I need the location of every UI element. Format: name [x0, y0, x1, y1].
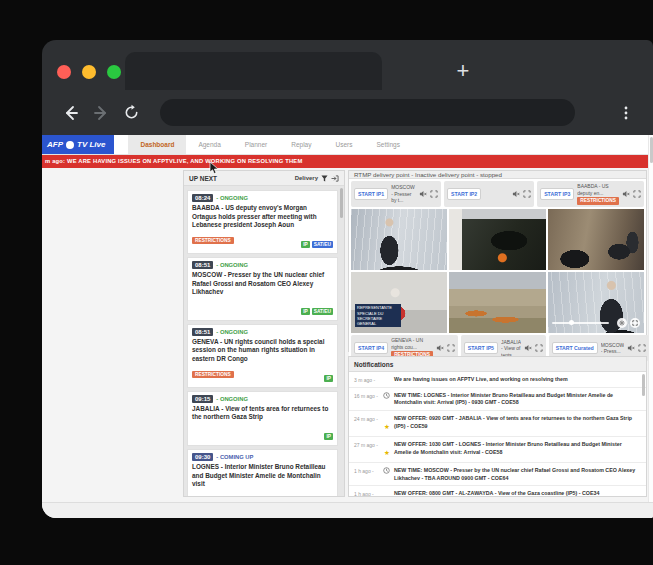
video-scrubber[interactable]	[552, 322, 609, 324]
video-thumb-baabda-pressroom[interactable]	[548, 209, 644, 270]
filter-funnel-icon[interactable]	[321, 175, 328, 182]
stream-control: START IP2	[444, 181, 534, 207]
app-nav-item-planner[interactable]: Planner	[233, 135, 279, 154]
rtmp-header: RTMP delivery point - Inactive delivery …	[349, 171, 646, 179]
notifications-title: Notifications	[349, 357, 646, 372]
browser-titlebar: +	[42, 40, 653, 90]
up-next-scrollbar[interactable]	[340, 188, 343, 218]
stream-label: MOSCOW - Presser by t...	[391, 184, 415, 203]
item-time-badge: 08:51	[192, 328, 213, 336]
notification-text: We are having issues on AFPTV Live, and …	[394, 376, 568, 384]
notification-row[interactable]: 27 m ago - ★ NEW OFFER: 1030 GMT - LOGNE…	[349, 437, 646, 463]
video-thumb-moscow-grossi[interactable]	[351, 209, 447, 270]
browser-tab[interactable]	[125, 52, 382, 90]
afp-tv-live-logo[interactable]: AFP TV Live	[42, 135, 114, 154]
start-stream-button[interactable]: START IP4	[354, 342, 388, 354]
refresh-button[interactable]	[116, 98, 146, 128]
app-nav-item-settings[interactable]: Settings	[364, 135, 412, 154]
video-thumb-camera-room[interactable]	[449, 209, 545, 270]
delivery-badge: IP	[301, 308, 310, 315]
notification-time-ago: 16 m ago -	[354, 392, 380, 399]
fullscreen-icon[interactable]	[535, 344, 543, 352]
delivery-badge: IP	[301, 241, 310, 248]
app-nav-item-dashboard[interactable]: Dashboard	[128, 135, 186, 154]
notification-row[interactable]: 24 m ago - ★ NEW OFFER: 0920 GMT - JABAL…	[349, 411, 646, 437]
clock-icon	[383, 392, 391, 399]
speaker-muted-icon[interactable]	[627, 344, 635, 352]
window-close-button[interactable]	[57, 65, 71, 79]
app-nav-item-agenda[interactable]: Agenda	[186, 135, 232, 154]
speaker-muted-icon[interactable]	[436, 344, 444, 352]
start-stream-button[interactable]: START Curated	[552, 342, 598, 354]
notification-row[interactable]: 3 m ago - We are having issues on AFPTV …	[349, 372, 646, 388]
notification-text: NEW OFFER: 1030 GMT - LOGNES - Interior …	[394, 441, 638, 456]
window-zoom-button[interactable]	[107, 65, 121, 79]
notifications-scrollbar[interactable]	[642, 374, 645, 396]
notifications-panel: Notifications 3 m ago - We are having is…	[348, 356, 647, 497]
delivery-badge: IP	[324, 433, 333, 440]
fullscreen-icon[interactable]	[633, 190, 641, 198]
afp-globe-icon	[66, 141, 74, 149]
item-time-badge: 09:15	[192, 395, 213, 403]
notification-time-ago: 24 m ago -	[354, 415, 380, 422]
item-title: MOSCOW - Presser by the UN nuclear chief…	[192, 271, 333, 297]
alert-banner: m ago: WE ARE HAVING ISSUES ON AFPTVLIVE…	[42, 155, 653, 168]
video-grid: REPRESENTANTE SPECIALE DU SECRETAIRE GEN…	[349, 209, 646, 333]
video-thumb-jabalia-aerial[interactable]	[449, 272, 545, 333]
up-next-item[interactable]: 09:30 - COMING UP LOGNES - Interior Mini…	[187, 449, 338, 496]
item-status: - ONGOING	[216, 396, 248, 402]
back-button[interactable]	[56, 98, 86, 128]
notification-row[interactable]: 16 m ago - NEW TIME: LOGNES - Interior M…	[349, 388, 646, 411]
window-minimize-button[interactable]	[82, 65, 96, 79]
fullscreen-icon[interactable]	[638, 344, 646, 352]
new-tab-button[interactable]: +	[450, 58, 476, 84]
start-stream-button[interactable]: START IP3	[540, 188, 574, 200]
delivery-label: Delivery	[295, 175, 318, 181]
item-status: - ONGOING	[216, 195, 248, 201]
start-stream-button[interactable]: START IP1	[354, 188, 388, 200]
start-stream-button[interactable]: START IP2	[447, 188, 481, 200]
app-nav: DashboardAgendaPlannerReplayUsersSetting…	[128, 135, 412, 154]
notification-row[interactable]: 1 h ago - NEW TIME: MOSCOW - Presser by …	[349, 463, 646, 486]
stream-label: GENEVA - UN rights cou...	[391, 337, 423, 350]
start-stream-button[interactable]: START IP5	[464, 342, 498, 354]
up-next-item[interactable]: 08:24 - ONGOING BAABDA - US deputy envoy…	[187, 190, 338, 254]
up-next-item[interactable]: 09:15 - ONGOING JABALIA - View of tents …	[187, 391, 338, 446]
item-status: - COMING UP	[216, 454, 253, 460]
item-status: - ONGOING	[216, 329, 248, 335]
up-next-item[interactable]: 08:51 - ONGOING MOSCOW - Presser by the …	[187, 257, 338, 321]
video-thumb-geneva-speaker[interactable]: REPRESENTANTE SPECIALE DU SECRETAIRE GEN…	[351, 272, 447, 333]
notification-row[interactable]: 1 h ago - ★ NEW OFFER: 0800 GMT - AL-ZAW…	[349, 486, 646, 496]
item-title: BAABDA - US deputy envoy's Morgan Ortagu…	[192, 204, 333, 230]
video-thumb-moscow-closeup[interactable]	[548, 272, 644, 333]
collapse-panel-icon[interactable]	[331, 175, 339, 182]
item-time-badge: 09:30	[192, 453, 213, 461]
video-fullscreen-icon[interactable]	[630, 318, 640, 328]
up-next-list: 08:24 - ONGOING BAABDA - US deputy envoy…	[184, 186, 344, 496]
notification-text: NEW OFFER: 0920 GMT - JABALIA - View of …	[394, 415, 638, 430]
speaker-muted-icon[interactable]	[419, 190, 427, 198]
speaker-muted-icon[interactable]	[524, 344, 532, 352]
speaker-muted-icon[interactable]	[512, 190, 520, 198]
fullscreen-icon[interactable]	[447, 344, 455, 352]
item-time-badge: 08:51	[192, 261, 213, 269]
app-nav-item-replay[interactable]: Replay	[279, 135, 323, 154]
rtmp-panel: RTMP delivery point - Inactive delivery …	[348, 170, 647, 352]
forward-button[interactable]	[86, 98, 116, 128]
up-next-item[interactable]: 08:51 - ONGOING GENEVA - UN rights counc…	[187, 324, 338, 388]
fullscreen-icon[interactable]	[523, 190, 531, 198]
fullscreen-icon[interactable]	[430, 190, 438, 198]
item-title: JABALIA - View of tents area for returne…	[192, 405, 333, 422]
browser-window: + AFP TV Live DashboardAgendaPlannerRepl…	[42, 40, 653, 518]
app-header: AFP TV Live DashboardAgendaPlannerReplay…	[42, 135, 653, 155]
notification-text: NEW OFFER: 0800 GMT - AL-ZAWAYDA - View …	[394, 490, 599, 496]
stream-controls-top: START IP1 MOSCOW - Presser by t... START…	[349, 179, 646, 209]
browser-menu-icon[interactable]	[619, 105, 639, 121]
stream-label: JABALIA - View of tents ...	[501, 339, 521, 358]
address-bar[interactable]	[160, 99, 575, 126]
notification-text: NEW TIME: MOSCOW - Presser by the UN nuc…	[394, 467, 638, 482]
app-nav-item-users[interactable]: Users	[323, 135, 364, 154]
video-settings-gear-icon[interactable]	[617, 318, 627, 328]
speaker-muted-icon[interactable]	[622, 190, 630, 198]
page-scrollbar[interactable]	[648, 135, 653, 502]
